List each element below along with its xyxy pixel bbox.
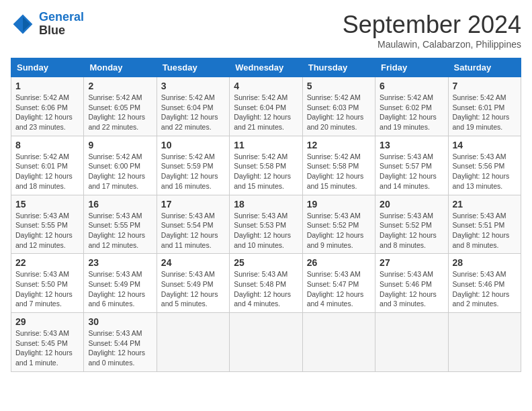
day-cell-25: 25 Sunrise: 5:43 AMSunset: 5:48 PMDaylig… — [230, 254, 302, 313]
day-detail: Sunrise: 5:42 AMSunset: 5:59 PMDaylight:… — [161, 152, 218, 190]
day-cell-8: 8 Sunrise: 5:42 AMSunset: 6:01 PMDayligh… — [11, 136, 84, 195]
day-detail: Sunrise: 5:43 AMSunset: 5:53 PMDaylight:… — [234, 212, 291, 249]
day-number: 10 — [161, 140, 225, 150]
day-detail: Sunrise: 5:43 AMSunset: 5:49 PMDaylight:… — [161, 270, 218, 308]
empty-cell — [375, 313, 448, 372]
logo-text: General Blue — [39, 11, 84, 38]
day-number: 25 — [234, 257, 298, 268]
day-number: 21 — [453, 199, 517, 210]
day-cell-30: 30 Sunrise: 5:43 AMSunset: 5:44 PMDaylig… — [84, 313, 157, 372]
week-row-3: 15 Sunrise: 5:43 AMSunset: 5:55 PMDaylig… — [11, 195, 521, 254]
col-tuesday: Tuesday — [157, 58, 229, 77]
col-sunday: Sunday — [11, 58, 84, 77]
day-detail: Sunrise: 5:43 AMSunset: 5:47 PMDaylight:… — [307, 270, 364, 308]
day-cell-1: 1 Sunrise: 5:42 AMSunset: 6:06 PMDayligh… — [11, 77, 84, 136]
day-number: 3 — [161, 81, 225, 91]
day-cell-22: 22 Sunrise: 5:43 AMSunset: 5:50 PMDaylig… — [11, 254, 84, 313]
day-detail: Sunrise: 5:42 AMSunset: 6:00 PMDaylight:… — [88, 152, 145, 190]
day-number: 5 — [307, 81, 371, 91]
day-number: 15 — [15, 199, 79, 210]
logo-icon — [11, 12, 35, 36]
day-number: 29 — [15, 316, 79, 327]
logo: General Blue — [11, 11, 84, 38]
day-number: 6 — [380, 81, 443, 91]
day-detail: Sunrise: 5:42 AMSunset: 6:02 PMDaylight:… — [380, 93, 437, 131]
day-number: 9 — [88, 140, 152, 150]
col-saturday: Saturday — [448, 58, 521, 77]
day-detail: Sunrise: 5:43 AMSunset: 5:46 PMDaylight:… — [453, 270, 510, 308]
calendar-table: Sunday Monday Tuesday Wednesday Thursday… — [11, 58, 521, 372]
day-number: 26 — [307, 257, 371, 268]
day-cell-20: 20 Sunrise: 5:43 AMSunset: 5:52 PMDaylig… — [375, 195, 448, 254]
empty-cell — [157, 313, 229, 372]
day-number: 13 — [380, 140, 443, 150]
day-number: 7 — [453, 81, 517, 91]
day-cell-29: 29 Sunrise: 5:43 AMSunset: 5:45 PMDaylig… — [11, 313, 84, 372]
location: Maulawin, Calabarzon, Philippines — [343, 39, 521, 50]
day-cell-24: 24 Sunrise: 5:43 AMSunset: 5:49 PMDaylig… — [157, 254, 229, 313]
day-cell-11: 11 Sunrise: 5:42 AMSunset: 5:58 PMDaylig… — [230, 136, 302, 195]
week-row-5: 29 Sunrise: 5:43 AMSunset: 5:45 PMDaylig… — [11, 313, 521, 372]
day-detail: Sunrise: 5:42 AMSunset: 6:06 PMDaylight:… — [15, 93, 73, 131]
day-detail: Sunrise: 5:42 AMSunset: 5:58 PMDaylight:… — [307, 152, 364, 190]
day-detail: Sunrise: 5:42 AMSunset: 6:01 PMDaylight:… — [453, 93, 510, 131]
title-block: September 2024 Maulawin, Calabarzon, Phi… — [343, 11, 521, 50]
weekday-header-row: Sunday Monday Tuesday Wednesday Thursday… — [11, 58, 521, 77]
day-cell-14: 14 Sunrise: 5:43 AMSunset: 5:56 PMDaylig… — [448, 136, 521, 195]
day-number: 16 — [88, 199, 152, 210]
day-cell-6: 6 Sunrise: 5:42 AMSunset: 6:02 PMDayligh… — [375, 77, 448, 136]
week-row-4: 22 Sunrise: 5:43 AMSunset: 5:50 PMDaylig… — [11, 254, 521, 313]
day-cell-15: 15 Sunrise: 5:43 AMSunset: 5:55 PMDaylig… — [11, 195, 84, 254]
day-cell-3: 3 Sunrise: 5:42 AMSunset: 6:04 PMDayligh… — [157, 77, 229, 136]
day-number: 14 — [453, 140, 517, 150]
day-number: 8 — [15, 140, 79, 150]
day-detail: Sunrise: 5:42 AMSunset: 6:05 PMDaylight:… — [88, 93, 145, 131]
day-cell-21: 21 Sunrise: 5:43 AMSunset: 5:51 PMDaylig… — [448, 195, 521, 254]
day-number: 4 — [234, 81, 298, 91]
empty-cell — [448, 313, 521, 372]
col-thursday: Thursday — [302, 58, 375, 77]
day-detail: Sunrise: 5:42 AMSunset: 6:04 PMDaylight:… — [234, 93, 291, 131]
month-title: September 2024 — [343, 11, 521, 39]
day-detail: Sunrise: 5:43 AMSunset: 5:55 PMDaylight:… — [15, 212, 73, 249]
day-number: 2 — [88, 81, 152, 91]
day-number: 12 — [307, 140, 371, 150]
day-cell-2: 2 Sunrise: 5:42 AMSunset: 6:05 PMDayligh… — [84, 77, 157, 136]
day-detail: Sunrise: 5:43 AMSunset: 5:49 PMDaylight:… — [88, 270, 145, 308]
empty-cell — [302, 313, 375, 372]
day-cell-16: 16 Sunrise: 5:43 AMSunset: 5:55 PMDaylig… — [84, 195, 157, 254]
col-friday: Friday — [375, 58, 448, 77]
day-detail: Sunrise: 5:43 AMSunset: 5:48 PMDaylight:… — [234, 270, 291, 308]
day-detail: Sunrise: 5:43 AMSunset: 5:56 PMDaylight:… — [453, 152, 510, 190]
day-number: 1 — [15, 81, 79, 91]
day-detail: Sunrise: 5:43 AMSunset: 5:45 PMDaylight:… — [15, 329, 73, 367]
day-detail: Sunrise: 5:43 AMSunset: 5:57 PMDaylight:… — [380, 152, 437, 190]
week-row-1: 1 Sunrise: 5:42 AMSunset: 6:06 PMDayligh… — [11, 77, 521, 136]
day-cell-5: 5 Sunrise: 5:42 AMSunset: 6:03 PMDayligh… — [302, 77, 375, 136]
day-detail: Sunrise: 5:43 AMSunset: 5:51 PMDaylight:… — [453, 212, 510, 249]
day-detail: Sunrise: 5:43 AMSunset: 5:54 PMDaylight:… — [161, 212, 218, 249]
day-number: 17 — [161, 199, 225, 210]
day-cell-12: 12 Sunrise: 5:42 AMSunset: 5:58 PMDaylig… — [302, 136, 375, 195]
day-number: 23 — [88, 257, 152, 268]
day-number: 28 — [453, 257, 517, 268]
day-detail: Sunrise: 5:43 AMSunset: 5:52 PMDaylight:… — [380, 212, 437, 249]
day-number: 24 — [161, 257, 225, 268]
day-detail: Sunrise: 5:43 AMSunset: 5:52 PMDaylight:… — [307, 212, 364, 249]
day-number: 27 — [380, 257, 443, 268]
day-number: 18 — [234, 199, 298, 210]
logo-line2: Blue — [39, 24, 84, 38]
col-wednesday: Wednesday — [230, 58, 302, 77]
day-number: 30 — [88, 316, 152, 327]
day-detail: Sunrise: 5:43 AMSunset: 5:50 PMDaylight:… — [15, 270, 73, 308]
day-cell-9: 9 Sunrise: 5:42 AMSunset: 6:00 PMDayligh… — [84, 136, 157, 195]
day-number: 11 — [234, 140, 298, 150]
day-cell-7: 7 Sunrise: 5:42 AMSunset: 6:01 PMDayligh… — [448, 77, 521, 136]
day-cell-23: 23 Sunrise: 5:43 AMSunset: 5:49 PMDaylig… — [84, 254, 157, 313]
logo-line1: General — [39, 10, 84, 24]
day-cell-28: 28 Sunrise: 5:43 AMSunset: 5:46 PMDaylig… — [448, 254, 521, 313]
day-cell-27: 27 Sunrise: 5:43 AMSunset: 5:46 PMDaylig… — [375, 254, 448, 313]
day-cell-18: 18 Sunrise: 5:43 AMSunset: 5:53 PMDaylig… — [230, 195, 302, 254]
day-cell-19: 19 Sunrise: 5:43 AMSunset: 5:52 PMDaylig… — [302, 195, 375, 254]
day-detail: Sunrise: 5:43 AMSunset: 5:44 PMDaylight:… — [88, 329, 145, 367]
